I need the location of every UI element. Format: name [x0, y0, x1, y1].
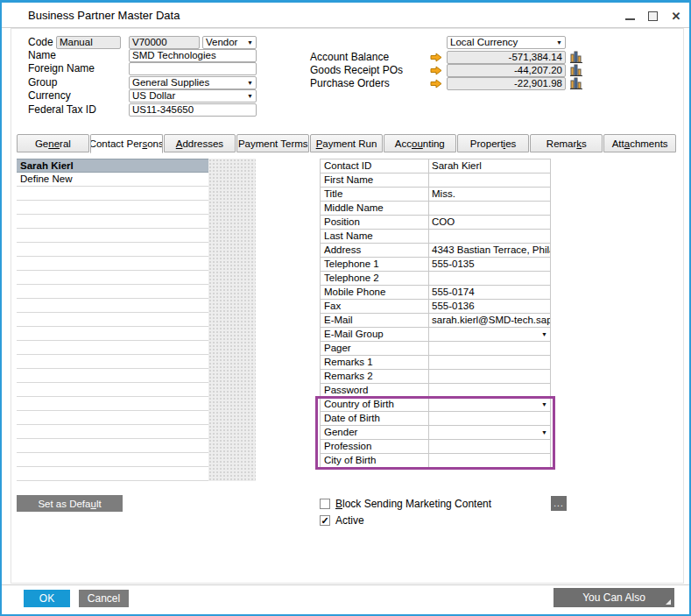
set-as-default-button[interactable]: Set as Default: [17, 495, 123, 512]
position-field[interactable]: COO: [429, 216, 550, 229]
remarks-2-field[interactable]: [429, 370, 550, 383]
active-checkbox[interactable]: ✓: [320, 515, 330, 526]
telephone-2-field[interactable]: [429, 272, 550, 285]
link-arrow-icon[interactable]: [430, 79, 442, 89]
minimize-button[interactable]: [624, 10, 638, 24]
city-of-birth-field[interactable]: [429, 454, 550, 467]
list-item-sarah-kierl[interactable]: Sarah Kierl: [17, 159, 208, 173]
list-item-empty: [17, 285, 208, 299]
list-empty-area: [208, 159, 256, 481]
federal-tax-id-field[interactable]: US11-345650: [129, 103, 257, 117]
footer-divider: [2, 584, 691, 585]
gender-dropdown[interactable]: ▼: [429, 426, 550, 439]
tab-properties[interactable]: Properties: [457, 134, 530, 152]
tab-remarks[interactable]: Remarks: [530, 134, 603, 152]
tab-label: ayment Run: [322, 138, 377, 149]
chevron-down-icon: ▼: [556, 39, 562, 46]
tab-general[interactable]: General: [17, 134, 89, 152]
bar-chart-icon[interactable]: [570, 63, 583, 76]
list-item-empty: [17, 355, 208, 369]
remarks-2-label: Remarks 2: [321, 370, 429, 383]
you-can-also-button[interactable]: You Can Also: [554, 588, 674, 607]
bar-chart-icon[interactable]: [570, 50, 583, 63]
list-item-empty: [17, 271, 208, 285]
table-row: Middle Name: [321, 202, 550, 216]
link-arrow-icon[interactable]: [430, 53, 442, 62]
pager-field[interactable]: [429, 342, 550, 355]
list-item-define-new[interactable]: Define New: [17, 173, 208, 187]
tab-contact-persons[interactable]: Contact Persons: [90, 134, 163, 153]
close-button[interactable]: ✕: [669, 10, 683, 24]
mobile-phone-field[interactable]: 555-0174: [429, 286, 550, 299]
list-item-empty: [17, 243, 208, 257]
country-of-birth-dropdown[interactable]: ▼: [429, 398, 550, 411]
more-options-button[interactable]: ...: [551, 496, 567, 511]
table-row: Remarks 1: [321, 356, 550, 370]
remarks-1-field[interactable]: [429, 356, 550, 369]
list-item-empty: [17, 383, 208, 397]
table-row: Profession: [321, 440, 550, 454]
foreign-name-field[interactable]: [129, 62, 257, 75]
telephone-1-field[interactable]: 555-0135: [429, 258, 550, 271]
email-group-dropdown[interactable]: ▼: [429, 328, 550, 341]
position-label: Position: [321, 216, 429, 229]
button-label: lt: [96, 499, 102, 509]
address-field[interactable]: 4343 Bastian Terrace, Philadelp: [429, 244, 550, 257]
code-type-field: Manual: [56, 36, 121, 49]
checkbox-mnemonic: B: [335, 498, 342, 510]
list-item-empty: [17, 229, 208, 243]
middle-name-label: Middle Name: [321, 202, 429, 215]
tab-payment-run[interactable]: Payment Run: [310, 134, 383, 152]
bar-chart-icon[interactable]: [570, 76, 583, 89]
tab-label: s: [582, 138, 587, 149]
cancel-button[interactable]: Cancel: [79, 590, 129, 607]
tab-attachments[interactable]: Attachments: [603, 134, 676, 152]
gender-label: Gender: [321, 426, 429, 439]
tab-payment-terms[interactable]: Payment Terms: [236, 134, 309, 152]
display-currency-dropdown[interactable]: Local Currency ▼: [447, 36, 566, 49]
account-balance-field: -571,384.14: [447, 51, 566, 64]
minimize-icon: [625, 18, 635, 20]
address-label: Address: [321, 244, 429, 257]
title-field[interactable]: Miss.: [429, 188, 550, 201]
password-field[interactable]: [429, 384, 550, 397]
last-name-field[interactable]: [429, 230, 550, 243]
name-field[interactable]: SMD Technologies: [129, 49, 257, 62]
group-dropdown[interactable]: General Supplies ▼: [129, 76, 257, 89]
telephone-1-label: Telephone 1: [321, 258, 429, 271]
title-label: Title: [321, 188, 429, 201]
tab-addresses[interactable]: Addresses: [164, 134, 236, 152]
code-kind-dropdown[interactable]: Vendor ▼: [202, 36, 257, 49]
list-item-empty: [17, 369, 208, 383]
profession-field[interactable]: [429, 440, 550, 453]
middle-name-field[interactable]: [429, 202, 550, 215]
email-field[interactable]: sarah.kierl@SMD-tech.sap.com: [429, 314, 550, 327]
table-row: First Name: [321, 173, 550, 188]
fax-field[interactable]: 555-0136: [429, 300, 550, 313]
chevron-down-icon: ▼: [541, 401, 547, 408]
tab-label: Payment Terms: [238, 138, 308, 149]
tab-accounting[interactable]: Accounting: [384, 134, 456, 152]
ok-button[interactable]: OK: [24, 590, 70, 607]
currency-value: US Dollar: [132, 90, 175, 101]
list-item-empty: [17, 299, 208, 313]
active-label: Active: [335, 515, 364, 527]
currency-dropdown[interactable]: US Dollar ▼: [129, 89, 257, 103]
list-item-empty: [17, 313, 208, 327]
block-marketing-checkbox[interactable]: [320, 499, 330, 509]
contact-id-field[interactable]: Sarah Kierl: [429, 159, 550, 173]
date-of-birth-field[interactable]: [429, 412, 550, 425]
tab-label: Contact Per: [90, 138, 143, 149]
list-item-empty: [17, 257, 208, 271]
maximize-button[interactable]: [646, 10, 660, 24]
telephone-2-label: Telephone 2: [321, 272, 429, 285]
contact-detail-table: Contact IDSarah Kierl First Name TitleMi…: [320, 159, 551, 468]
tab-label: ddresses: [182, 138, 223, 149]
link-arrow-icon[interactable]: [430, 66, 442, 75]
table-row: PositionCOO: [321, 216, 550, 230]
first-name-field[interactable]: [429, 173, 550, 187]
email-label: E-Mail: [321, 314, 429, 327]
tab-label: Propert: [470, 138, 504, 149]
pager-label: Pager: [321, 342, 429, 355]
contact-id-label: Contact ID: [321, 159, 429, 173]
